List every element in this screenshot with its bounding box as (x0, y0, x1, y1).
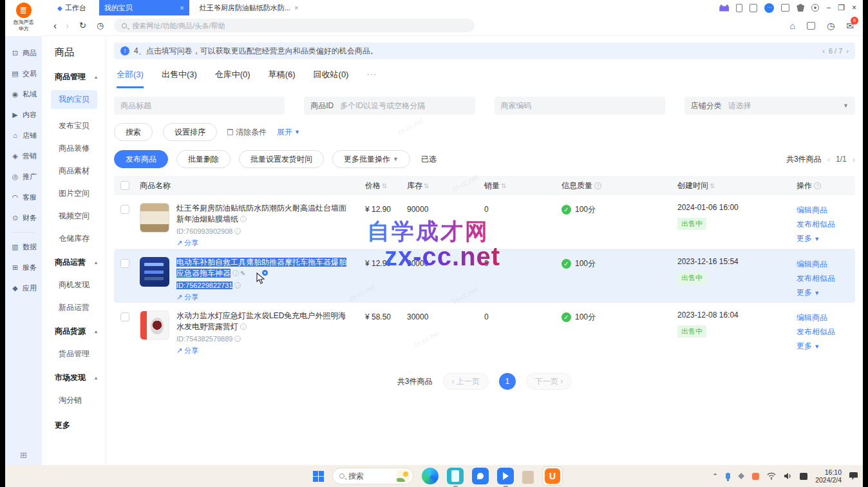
qianniu-cat-icon[interactable] (719, 5, 729, 12)
col-created[interactable]: 创建时间⇅ (677, 180, 797, 191)
rail-item-service[interactable]: ◠客服 (5, 187, 42, 207)
history-clock-icon[interactable]: ◷ (97, 21, 104, 30)
blue-app-icon[interactable] (472, 468, 489, 484)
phone-link-app-icon[interactable] (447, 468, 464, 484)
tab-product-page[interactable]: 灶王爷厨房防油贴纸防水防... × (200, 3, 299, 13)
taskbar-clock[interactable]: 16:10 2024/2/4 (815, 468, 842, 484)
notes-icon[interactable] (781, 4, 789, 12)
product-title-filter[interactable] (114, 97, 285, 115)
sort-icon[interactable]: ⇅ (424, 182, 429, 189)
sidebar-item-material[interactable]: 商品素材 (59, 166, 106, 177)
sidebar-item-taofenxiao[interactable]: 淘分销 (59, 395, 106, 406)
rail-item-services[interactable]: ⊞服务 (5, 257, 42, 278)
sidebar-item-warehouse[interactable]: 仓储库存 (59, 233, 106, 244)
more-link[interactable]: 更多 ▼ (797, 285, 855, 300)
more-link[interactable]: 更多 ▼ (797, 231, 855, 246)
copy-icon[interactable]: ◻ (234, 228, 241, 234)
share-link[interactable]: ↗分享 (176, 292, 349, 302)
close-tab-icon[interactable]: × (294, 4, 298, 12)
input-method-icon[interactable] (800, 473, 807, 480)
rail-collapse-icon[interactable]: ⊞ (5, 450, 42, 460)
publish-similar-link[interactable]: 发布相似品 (797, 217, 855, 231)
restore-button[interactable]: ❐ (838, 3, 845, 12)
sidebar-item-new-product[interactable]: 新品运营 (59, 302, 106, 313)
record-icon[interactable] (811, 4, 819, 12)
tab-workbench[interactable]: ◆ 工作台 (57, 3, 86, 13)
rail-item-private[interactable]: ◉私域 (5, 84, 42, 104)
rail-item-promotion[interactable]: ◎推广 (5, 166, 42, 187)
product-title[interactable]: 灶王爷厨房防油贴纸防水防潮防火耐高温灶台墙面新年油烟贴膜墙纸i (176, 203, 349, 225)
edit-product-link[interactable]: 编辑商品 (797, 203, 855, 217)
more-batch-button[interactable]: 更多批量操作 ▼ (332, 150, 410, 168)
current-page-button[interactable]: 1 (499, 373, 516, 390)
share-link[interactable]: ↗分享 (176, 238, 349, 248)
tab-recycle[interactable]: 回收站(0) (314, 69, 349, 88)
edit-product-link[interactable]: 编辑商品 (797, 257, 855, 271)
notice-prev-icon[interactable]: ‹ (822, 47, 825, 55)
minimize-button[interactable]: − (826, 3, 831, 12)
product-title-input[interactable] (120, 101, 278, 110)
batch-ship-time-button[interactable]: 批量设置发货时间 (239, 150, 324, 168)
product-image[interactable] (140, 310, 169, 340)
row-checkbox[interactable] (120, 205, 129, 214)
batch-delete-button[interactable]: 批量删除 (176, 150, 231, 168)
sort-icon[interactable]: ⇅ (501, 182, 506, 189)
row-checkbox[interactable] (120, 259, 129, 268)
tray-expand-icon[interactable]: ⌃ (712, 472, 718, 481)
help-icon[interactable]: ? (814, 182, 821, 189)
col-price[interactable]: 价格⇅ (365, 180, 407, 191)
weather-icon[interactable] (397, 470, 410, 482)
sidebar-item-my-items[interactable]: 我的宝贝 (51, 90, 97, 109)
rail-item-goods[interactable]: ⊡商品 (5, 43, 42, 63)
edit-pencil-icon[interactable]: ✎ (240, 270, 245, 277)
audio-app-icon[interactable] (522, 471, 534, 484)
product-title[interactable]: 水动力盐水灯应急灯盐水袋LED免充电户外照明海水发电野营露营灯i (176, 310, 349, 332)
security-icon[interactable] (797, 4, 804, 12)
merchant-code-filter[interactable] (495, 97, 665, 115)
tray-orange-app-icon[interactable] (752, 473, 759, 480)
home-icon[interactable]: ⌂ (790, 21, 795, 31)
publish-similar-link[interactable]: 发布相似品 (797, 271, 855, 285)
volume-icon[interactable] (784, 472, 792, 480)
video-app-icon[interactable] (497, 468, 514, 484)
set-sort-button[interactable]: 设置排序 (163, 123, 217, 141)
shop-category-filter[interactable]: 店铺分类 请选择 ▼ (684, 97, 855, 115)
copy-icon[interactable]: ◻ (234, 282, 241, 289)
col-sales[interactable]: 销量⇅ (484, 180, 561, 191)
publish-similar-link[interactable]: 发布相似品 (797, 325, 855, 339)
sidebar-more[interactable]: 更多 (55, 420, 106, 431)
sidebar-item-video-space[interactable]: 视频空间 (59, 211, 106, 222)
info-icon[interactable]: i (232, 270, 239, 276)
product-image[interactable] (140, 257, 169, 287)
taskbar-search[interactable]: 搜索 (332, 468, 413, 484)
rail-item-trade[interactable]: ▤交易 (5, 63, 42, 84)
tray-app-icon[interactable] (738, 473, 744, 479)
sidebar-section-market[interactable]: 市场发现▴ (55, 372, 106, 383)
sidebar-item-publish[interactable]: 发布宝贝 (59, 120, 106, 131)
product-id-filter[interactable]: 商品ID (304, 97, 475, 115)
page-next-icon[interactable]: › (853, 155, 855, 164)
close-tab-icon[interactable]: × (180, 4, 184, 12)
tab-in-stock[interactable]: 仓库中(0) (215, 69, 250, 88)
collection-icon[interactable] (807, 22, 815, 30)
expand-link[interactable]: 展开 ▼ (277, 127, 300, 138)
notice-next-icon[interactable]: › (846, 47, 849, 55)
prev-page-button[interactable]: ‹ 上一页 (443, 373, 489, 390)
active-app-highlight[interactable]: U (542, 466, 563, 486)
device-icon[interactable] (750, 4, 757, 12)
product-id-input[interactable] (340, 101, 468, 110)
refresh-icon[interactable]: ↻ (79, 21, 86, 30)
forward-button[interactable]: › (66, 20, 69, 31)
search-input[interactable] (132, 22, 467, 30)
info-icon[interactable]: i (240, 323, 247, 330)
sidebar-item-opportunity[interactable]: 商机发现 (59, 280, 106, 291)
more-link[interactable]: 更多 ▼ (797, 339, 855, 354)
microphone-icon[interactable] (726, 473, 730, 479)
row-checkbox[interactable] (120, 312, 129, 321)
help-icon[interactable]: ? (594, 182, 601, 189)
rail-item-finance[interactable]: ⊙财务 (5, 207, 42, 228)
tab-more-dots[interactable]: ··· (366, 69, 377, 88)
address-search-bar[interactable] (114, 19, 475, 32)
rail-item-data[interactable]: ▥数据 (5, 236, 42, 257)
page-prev-icon[interactable]: ‹ (827, 155, 830, 164)
